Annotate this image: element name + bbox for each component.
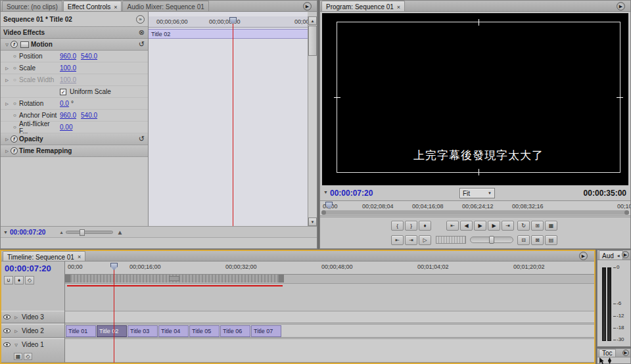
toggle-track-output-icon[interactable] xyxy=(3,342,11,347)
effect-row-time-remapping[interactable]: ▷ f Time Remapping xyxy=(1,145,148,157)
clip-title-05[interactable]: Title 05 xyxy=(189,325,220,337)
scale-value[interactable]: 100.0 xyxy=(60,64,76,72)
shuttle-control[interactable] xyxy=(470,237,513,243)
set-display-style-button[interactable]: ▦ xyxy=(14,353,22,360)
tab-effect-controls[interactable]: Effect Controls × xyxy=(63,1,122,11)
effects-toggle-icon[interactable]: ⊗ xyxy=(139,28,145,37)
zoom-level-dropdown[interactable]: Fit ▼ xyxy=(459,188,495,198)
zoom-slider-thumb[interactable] xyxy=(80,229,85,236)
fx-badge-icon[interactable]: f xyxy=(11,147,18,154)
go-to-in-button[interactable]: ⇤ xyxy=(446,221,459,231)
clip-title-06[interactable]: Title 06 xyxy=(220,325,250,337)
track-header-video1[interactable]: ▽ Video 1 ▦ ◇ xyxy=(1,338,64,363)
reset-icon[interactable]: ↺ xyxy=(139,135,145,143)
scroll-up-icon[interactable]: ▲ xyxy=(308,16,317,25)
effect-timeline-clip[interactable]: Title 02 xyxy=(149,29,308,39)
previous-edit-button[interactable]: ⇤ xyxy=(391,235,404,245)
stopwatch-icon[interactable]: ○ xyxy=(11,124,19,130)
loop-button[interactable]: ↻ xyxy=(517,221,530,231)
panel-menu-icon[interactable]: ▶ xyxy=(303,2,312,11)
expander-icon[interactable]: ▷ xyxy=(12,329,20,333)
clip-title-07[interactable]: Title 07 xyxy=(251,325,281,337)
output-button[interactable]: ▦ xyxy=(545,221,557,231)
play-in-to-out-button[interactable]: ▷ xyxy=(419,235,431,245)
work-area-handle-left[interactable] xyxy=(65,275,70,283)
work-area-bar[interactable] xyxy=(65,275,284,283)
set-marker-button[interactable]: ♦ xyxy=(419,221,431,231)
track-lane-video1[interactable] xyxy=(65,338,594,363)
tab-timeline[interactable]: Timeline: Sequence 01 × xyxy=(3,251,85,261)
position-x-value[interactable]: 960.0 xyxy=(60,53,76,60)
timeline-view-toggle-icon[interactable]: » xyxy=(136,15,145,24)
toggle-track-output-icon[interactable] xyxy=(3,315,11,319)
stopwatch-icon[interactable]: ○ xyxy=(11,53,19,59)
rotation-value[interactable]: 0.0 xyxy=(60,100,69,107)
set-in-point-button[interactable]: { xyxy=(391,221,404,231)
snap-button[interactable]: ∪ xyxy=(4,276,13,284)
expander-open-icon[interactable]: ▽ xyxy=(12,342,20,347)
effect-controls-timecode[interactable]: 00:00:07:20 xyxy=(10,229,45,236)
title-bounding-box[interactable]: 上完字幕後發現字太大了 xyxy=(337,22,620,173)
position-y-value[interactable]: 540.0 xyxy=(81,53,97,60)
track-header-video2[interactable]: ▷ Video 2 xyxy=(1,324,64,338)
work-area-grip[interactable] xyxy=(169,276,179,281)
toggle-track-output-icon[interactable] xyxy=(3,329,11,333)
lift-button[interactable]: ⊟ xyxy=(517,235,530,245)
panel-menu-icon[interactable]: ▶ xyxy=(622,251,629,258)
shuttle-thumb[interactable] xyxy=(489,236,494,244)
clip-title-04[interactable]: Title 04 xyxy=(158,325,189,337)
uniform-scale-checkbox[interactable]: ✓ xyxy=(60,89,66,95)
anti-flicker-value[interactable]: 0.00 xyxy=(60,124,72,131)
tab-tools[interactable]: Toc xyxy=(599,349,616,357)
stopwatch-icon[interactable]: ○ xyxy=(11,65,19,71)
show-keyframes-button[interactable]: ◇ xyxy=(24,353,32,360)
expander-open-icon[interactable]: ▽ xyxy=(3,42,11,47)
effect-controls-scrollbar[interactable]: ▲ ▼ xyxy=(308,16,317,226)
clip-title-03[interactable]: Title 03 xyxy=(128,325,158,337)
tab-audio-meters[interactable]: Aud ◀ xyxy=(599,250,623,260)
timeline-ruler[interactable]: 00;00 00;00;16;00 00;00;32;00 00;00;48;0… xyxy=(65,262,594,275)
scroll-down-icon[interactable]: ▼ xyxy=(308,217,317,226)
zoom-out-icon[interactable]: ▴ xyxy=(60,229,62,235)
pen-tool-icon[interactable] xyxy=(607,357,613,364)
bottom-handle[interactable] xyxy=(479,169,479,175)
tab-program[interactable]: Program: Sequence 01 × xyxy=(321,1,405,11)
anchor-y-value[interactable]: 540.0 xyxy=(81,112,97,119)
go-to-out-button[interactable]: ⇥ xyxy=(502,221,514,231)
zoom-in-icon[interactable]: ▲ xyxy=(116,229,123,236)
scrollbar-thumb[interactable] xyxy=(308,26,317,56)
fx-badge-icon[interactable]: f xyxy=(11,41,18,48)
fx-badge-icon[interactable]: f xyxy=(11,135,18,143)
set-out-point-button[interactable]: } xyxy=(405,221,417,231)
panel-menu-icon[interactable]: ▶ xyxy=(622,350,629,356)
work-area-handle-right[interactable] xyxy=(279,275,284,283)
export-frame-button[interactable]: ▤ xyxy=(545,235,557,245)
effect-controls-hscroll-track[interactable] xyxy=(1,237,317,248)
clip-title-01[interactable]: Title 01 xyxy=(66,325,96,337)
anchor-x-value[interactable]: 960.0 xyxy=(60,112,76,119)
extract-button[interactable]: ⊠ xyxy=(531,235,544,245)
program-video-preview[interactable]: 上完字幕後發現字太大了 xyxy=(322,13,628,185)
set-encore-chapter-marker-button[interactable]: ♦ xyxy=(14,276,24,284)
timeline-timecode[interactable]: 00:00:07:20 xyxy=(5,263,51,273)
step-back-button[interactable]: ◀ xyxy=(460,221,473,231)
clip-title-02-selected[interactable]: Title 02 xyxy=(97,325,127,337)
panel-menu-icon[interactable]: ▶ xyxy=(579,252,588,260)
effect-controls-timeline[interactable]: 00;00;06;00 00;00;08;00 00;00 Title 02 xyxy=(149,12,308,226)
panel-menu-icon[interactable]: ▶ xyxy=(617,2,625,11)
close-icon[interactable]: × xyxy=(114,4,117,11)
jog-control[interactable] xyxy=(436,236,466,244)
expander-icon[interactable]: ▷ xyxy=(3,66,11,70)
left-handle[interactable] xyxy=(334,97,340,98)
expander-icon[interactable]: ▷ xyxy=(3,148,11,153)
stopwatch-icon[interactable]: ○ xyxy=(11,112,19,118)
expander-icon[interactable]: ▷ xyxy=(12,315,20,319)
track-header-video3[interactable]: ▷ Video 3 xyxy=(1,311,64,323)
effect-row-motion[interactable]: ▽ f Motion ↺ xyxy=(1,39,148,51)
tab-source[interactable]: Source: (no clips) xyxy=(2,1,62,11)
step-forward-button[interactable]: ▶ xyxy=(488,221,500,231)
viewing-area-bar[interactable] xyxy=(321,210,629,215)
effect-row-opacity[interactable]: ▷ f Opacity ↺ xyxy=(1,133,148,145)
right-handle[interactable] xyxy=(617,97,623,98)
zoom-slider[interactable] xyxy=(66,231,113,234)
